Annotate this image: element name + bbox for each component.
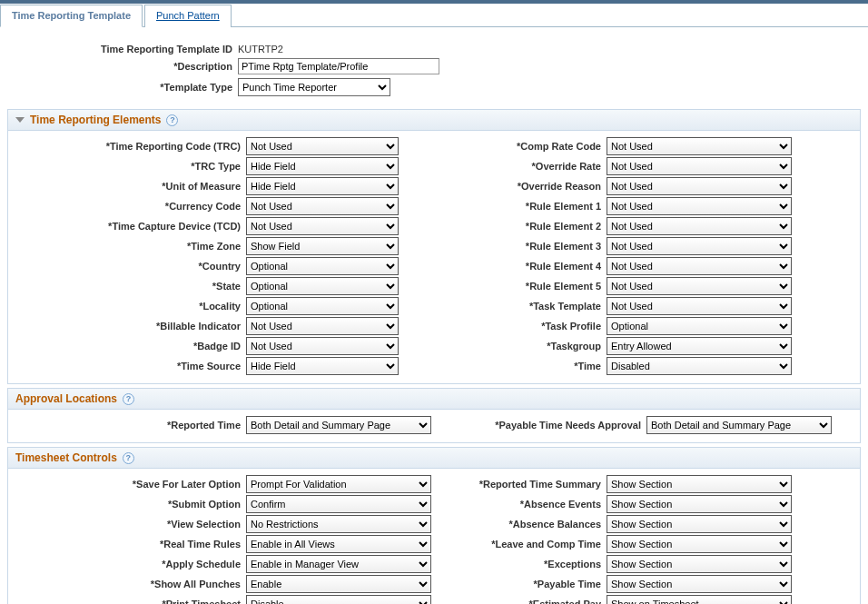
description-row: *Description xyxy=(0,56,868,76)
field-select[interactable]: Not Used xyxy=(246,197,399,215)
column-left: *Save For Later OptionPrompt For Validat… xyxy=(12,474,434,604)
header-fields: Time Reporting Template ID KUTRTP2 *Desc… xyxy=(0,27,868,105)
field-row: *View SelectionNo Restrictions xyxy=(12,514,434,534)
column-right: *Reported Time SummaryShow Section*Absen… xyxy=(434,474,856,604)
field-row: *Time SourceHide Field xyxy=(12,356,434,376)
field-label: *Time Source xyxy=(12,361,246,371)
field-select[interactable]: Optional xyxy=(246,297,399,315)
field-row: *Payable Time Needs ApprovalBoth Detail … xyxy=(434,415,856,435)
field-select[interactable]: Show Section xyxy=(607,495,792,513)
field-select[interactable]: Optional xyxy=(607,317,792,335)
section-header-tre[interactable]: Time Reporting Elements ? xyxy=(8,110,860,131)
section-header-timesheet[interactable]: Timesheet Controls ? xyxy=(8,448,860,469)
field-select[interactable]: Not Used xyxy=(607,237,792,255)
field-row: *Absence BalancesShow Section xyxy=(434,514,856,534)
section-title: Timesheet Controls xyxy=(15,451,117,464)
field-label: *Task Profile xyxy=(434,321,607,332)
field-label: *Country xyxy=(12,261,246,272)
field-select[interactable]: Not Used xyxy=(246,217,399,235)
field-select[interactable]: Enable in Manager View xyxy=(246,555,431,573)
field-row: *Time Reporting Code (TRC)Not Used xyxy=(12,136,434,156)
field-label: *Rule Element 1 xyxy=(434,201,607,212)
field-select[interactable]: Prompt For Validation xyxy=(246,475,431,493)
field-select[interactable]: Entry Allowed xyxy=(607,337,792,355)
field-label: *Locality xyxy=(12,301,246,312)
field-label: *Payable Time xyxy=(434,579,607,589)
field-select[interactable]: Not Used xyxy=(246,137,399,155)
template-id-value: KUTRTP2 xyxy=(238,44,283,54)
template-id-row: Time Reporting Template ID KUTRTP2 xyxy=(0,42,868,56)
field-select[interactable]: Not Used xyxy=(607,137,792,155)
field-row: *Apply ScheduleEnable in Manager View xyxy=(12,554,434,574)
field-select[interactable]: Not Used xyxy=(607,177,792,195)
field-row: *TimeDisabled xyxy=(434,356,856,376)
field-select[interactable]: Show Section xyxy=(607,475,792,493)
field-select[interactable]: Show Section xyxy=(607,555,792,573)
field-select[interactable]: Not Used xyxy=(607,157,792,175)
field-select[interactable]: Disabled xyxy=(607,357,792,375)
field-select[interactable]: Not Used xyxy=(246,337,399,355)
field-select[interactable]: Not Used xyxy=(607,277,792,295)
field-select[interactable]: Not Used xyxy=(246,317,399,335)
field-select[interactable]: Enable in All Views xyxy=(246,535,431,553)
help-icon[interactable]: ? xyxy=(123,452,134,464)
field-row: *Rule Element 2Not Used xyxy=(434,216,856,236)
field-select[interactable]: Not Used xyxy=(607,197,792,215)
description-label: *Description xyxy=(0,61,238,72)
field-select[interactable]: Hide Field xyxy=(246,357,399,375)
field-label: *State xyxy=(12,281,246,292)
field-select[interactable]: Optional xyxy=(246,257,399,275)
field-select[interactable]: Enable xyxy=(246,575,431,593)
field-row: *Comp Rate CodeNot Used xyxy=(434,136,856,156)
section-body-timesheet: *Save For Later OptionPrompt For Validat… xyxy=(8,469,860,604)
help-icon[interactable]: ? xyxy=(123,393,134,405)
field-select[interactable]: Not Used xyxy=(607,257,792,275)
field-label: *Print Timesheet xyxy=(12,599,246,604)
field-select[interactable]: Show Section xyxy=(607,575,792,593)
field-select[interactable]: Show Section xyxy=(607,535,792,553)
section-title: Approval Locations xyxy=(15,392,117,405)
field-select[interactable]: Hide Field xyxy=(246,157,399,175)
field-label: *Rule Element 5 xyxy=(434,281,607,292)
field-select[interactable]: Show Field xyxy=(246,237,399,255)
field-row: *Print TimesheetDisable xyxy=(12,594,434,604)
field-select[interactable]: Both Detail and Summary Page xyxy=(246,416,431,434)
field-label: *Badge ID xyxy=(12,341,246,352)
help-icon[interactable]: ? xyxy=(166,114,178,126)
field-row: *Absence EventsShow Section xyxy=(434,494,856,514)
description-input[interactable] xyxy=(238,58,439,74)
field-row: *Task TemplateNot Used xyxy=(434,296,856,316)
section-body-approval: *Reported TimeBoth Detail and Summary Pa… xyxy=(8,410,860,442)
field-label: *Absence Events xyxy=(434,499,607,510)
field-select[interactable]: Show Section xyxy=(607,515,792,533)
field-select[interactable]: Not Used xyxy=(607,217,792,235)
section-approval-locations: Approval Locations ? *Reported TimeBoth … xyxy=(7,388,861,443)
template-type-label: *Template Type xyxy=(0,82,238,93)
tab-time-reporting-template[interactable]: Time Reporting Template xyxy=(0,5,143,27)
field-select[interactable]: Confirm xyxy=(246,495,431,513)
tab-strip: Time Reporting Template Punch Pattern xyxy=(0,4,868,27)
field-row: *Unit of MeasureHide Field xyxy=(12,176,434,196)
field-label: *Absence Balances xyxy=(434,519,607,530)
field-select[interactable]: Hide Field xyxy=(246,177,399,195)
field-row: *Override ReasonNot Used xyxy=(434,176,856,196)
field-row: *Rule Element 5Not Used xyxy=(434,276,856,296)
field-row: *Badge IDNot Used xyxy=(12,336,434,356)
template-type-select[interactable]: Punch Time Reporter xyxy=(238,78,390,96)
field-row: *Rule Element 3Not Used xyxy=(434,236,856,256)
field-row: *Leave and Comp TimeShow Section xyxy=(434,534,856,554)
section-header-approval[interactable]: Approval Locations ? xyxy=(8,389,860,410)
field-label: *Billable Indicator xyxy=(12,321,246,332)
field-select[interactable]: Optional xyxy=(246,277,399,295)
tab-punch-pattern[interactable]: Punch Pattern xyxy=(144,5,232,27)
field-label: *Time xyxy=(434,361,607,371)
field-row: *TaskgroupEntry Allowed xyxy=(434,336,856,356)
field-select[interactable]: Not Used xyxy=(607,297,792,315)
field-row: *Payable TimeShow Section xyxy=(434,574,856,594)
field-select[interactable]: Disable xyxy=(246,595,431,604)
field-select[interactable]: No Restrictions xyxy=(246,515,431,533)
field-row: *Show All PunchesEnable xyxy=(12,574,434,594)
field-select[interactable]: Show on Timesheet xyxy=(607,595,792,604)
field-select[interactable]: Both Detail and Summary Page xyxy=(646,416,832,434)
field-label: *Show All Punches xyxy=(12,579,246,589)
